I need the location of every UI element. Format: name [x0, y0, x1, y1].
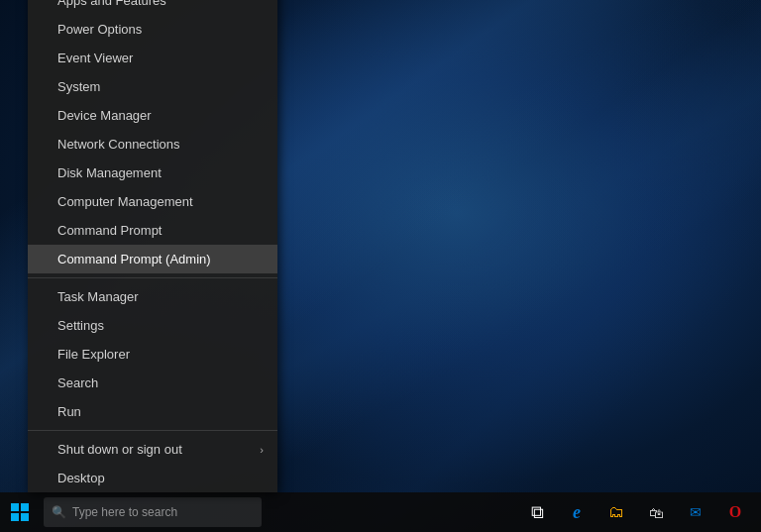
windows-logo: [11, 503, 29, 521]
menu-item-label-disk-management: Disk Management: [57, 165, 162, 180]
menu-divider-9: [28, 277, 277, 278]
menu-item-disk-management[interactable]: Disk Management: [28, 159, 277, 187]
menu-item-label-search: Search: [57, 375, 98, 390]
menu-item-label-computer-management: Computer Management: [57, 194, 193, 209]
menu-item-label-power-options: Power Options: [57, 22, 142, 37]
task-view-button[interactable]: ⧉: [519, 492, 555, 532]
menu-item-system[interactable]: System: [28, 72, 277, 101]
menu-item-file-explorer[interactable]: File Explorer: [28, 340, 277, 369]
opera-icon[interactable]: O: [717, 492, 753, 532]
menu-item-power-options[interactable]: Power Options: [28, 15, 277, 44]
menu-item-device-manager[interactable]: Device Manager: [28, 101, 277, 130]
menu-item-label-command-prompt-admin: Command Prompt (Admin): [57, 252, 211, 266]
menu-item-settings[interactable]: Settings: [28, 311, 277, 340]
menu-item-network-connections[interactable]: Network Connections: [28, 130, 277, 159]
menu-item-label-command-prompt: Command Prompt: [57, 223, 162, 238]
search-icon-taskbar: 🔍: [52, 505, 66, 519]
edge-icon[interactable]: e: [559, 492, 595, 532]
menu-item-label-task-manager: Task Manager: [57, 289, 139, 304]
taskbar-search-placeholder: Type here to search: [72, 505, 177, 519]
menu-item-label-run: Run: [57, 404, 81, 419]
menu-item-label-system: System: [57, 79, 100, 94]
menu-item-label-apps-features: Apps and Features: [57, 0, 166, 8]
store-icon[interactable]: 🛍: [638, 492, 674, 532]
menu-item-label-network-connections: Network Connections: [57, 137, 180, 152]
menu-item-desktop[interactable]: Desktop: [28, 464, 277, 492]
menu-item-command-prompt-admin[interactable]: Command Prompt (Admin): [28, 245, 277, 273]
menu-item-label-event-viewer: Event Viewer: [57, 51, 133, 65]
menu-item-computer-management[interactable]: Computer Management: [28, 187, 277, 216]
menu-item-task-manager[interactable]: Task Manager: [28, 282, 277, 311]
taskbar-search-box[interactable]: 🔍 Type here to search: [44, 497, 262, 527]
start-button[interactable]: [0, 492, 40, 532]
menu-item-label-device-manager: Device Manager: [57, 108, 152, 123]
menu-item-search[interactable]: Search: [28, 369, 277, 397]
menu-item-shut-down-sign-out[interactable]: Shut down or sign out›: [28, 435, 277, 464]
menu-item-label-file-explorer: File Explorer: [57, 347, 130, 362]
menu-item-label-settings: Settings: [57, 318, 104, 333]
menu-divider-14: [28, 430, 277, 431]
menu-item-label-desktop: Desktop: [57, 471, 105, 485]
taskbar-icons: ⧉ e 🗂 🛍 ✉ O: [519, 492, 761, 532]
taskbar: 🔍 Type here to search ⧉ e 🗂 🛍 ✉ O: [0, 492, 761, 532]
menu-item-run[interactable]: Run: [28, 397, 277, 426]
mail-icon[interactable]: ✉: [678, 492, 713, 532]
file-explorer-icon[interactable]: 🗂: [598, 492, 634, 532]
submenu-chevron-shut-down-sign-out: ›: [260, 444, 264, 456]
menu-item-apps-features[interactable]: Apps and Features: [28, 0, 277, 15]
menu-item-label-shut-down-sign-out: Shut down or sign out: [57, 442, 182, 457]
menu-item-event-viewer[interactable]: Event Viewer: [28, 44, 277, 72]
context-menu: Apps and FeaturesPower OptionsEvent View…: [28, 0, 277, 492]
menu-item-command-prompt[interactable]: Command Prompt: [28, 216, 277, 245]
